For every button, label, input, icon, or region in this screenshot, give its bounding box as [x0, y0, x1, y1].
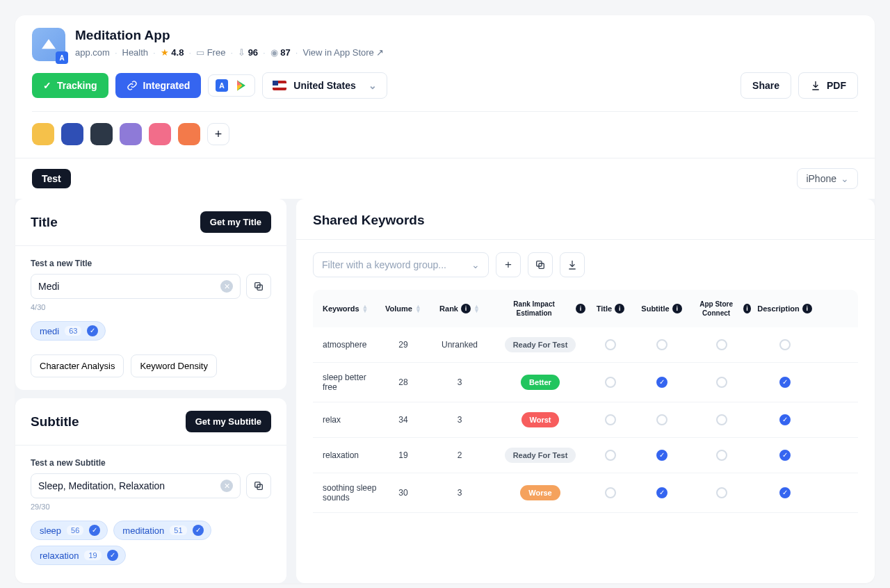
keyword-cell: sleep better free [323, 373, 378, 392]
table-row: relaxation192Ready For Test [313, 438, 858, 473]
chevron-down-icon: ⌄ [841, 173, 849, 184]
info-icon: i [615, 304, 624, 313]
app-rank2: 87 [280, 47, 290, 58]
plus-icon: + [215, 127, 222, 142]
download-icon [810, 80, 821, 91]
col-subtitle: Subtitlei [636, 304, 688, 313]
unchecked-icon[interactable] [716, 450, 727, 461]
check-icon: ✓ [87, 325, 98, 336]
store-toggle[interactable]: A [208, 74, 255, 97]
unchecked-icon[interactable] [779, 339, 791, 350]
keyword-tag[interactable]: sleep56✓ [31, 521, 108, 540]
table-row: soothing sleep sounds303Worse [313, 473, 858, 513]
subtitle-input[interactable]: Sleep, Meditation, Relaxation ✕ [31, 473, 241, 498]
app-domain: app.com [75, 47, 110, 58]
export-keywords-button[interactable] [560, 252, 585, 277]
test-chip[interactable]: Test [32, 169, 71, 188]
clear-icon[interactable]: ✕ [220, 480, 233, 492]
link-icon [127, 80, 138, 91]
copy-keywords-button[interactable] [528, 252, 553, 277]
character-analysis-button[interactable]: Character Analysis [31, 354, 124, 377]
checked-icon[interactable] [779, 377, 791, 388]
checked-icon[interactable] [656, 450, 668, 461]
checked-icon[interactable] [656, 487, 668, 498]
chevron-down-icon: ⌄ [369, 80, 377, 91]
title-field-label: Test a new Title [31, 259, 271, 268]
unchecked-icon[interactable] [605, 377, 616, 388]
unchecked-icon[interactable] [656, 414, 668, 425]
copy-button[interactable] [246, 274, 271, 299]
rank-cell: 3 [428, 377, 491, 387]
unchecked-icon[interactable] [605, 339, 616, 350]
competitor-swatch[interactable] [32, 123, 54, 145]
col-asc: App Store Connecti [692, 300, 751, 318]
keyword-tag[interactable]: relaxation19✓ [31, 546, 126, 565]
tracking-button[interactable]: ✓ Tracking [32, 73, 108, 98]
keyword-tag[interactable]: medi 63 ✓ [31, 321, 106, 341]
col-volume[interactable]: Volume▲▼ [382, 304, 424, 313]
price-icon: ▭ [196, 47, 204, 58]
title-input[interactable]: Medi ✕ [31, 274, 241, 299]
unchecked-icon[interactable] [716, 339, 727, 350]
checked-icon[interactable] [779, 414, 791, 425]
get-my-subtitle-button[interactable]: Get my Subtitle [186, 411, 271, 432]
volume-cell: 28 [382, 377, 424, 387]
color-swatches: + [15, 112, 875, 158]
unchecked-icon[interactable] [716, 487, 727, 498]
pdf-button[interactable]: PDF [798, 72, 858, 99]
title-counter: 4/30 [31, 303, 271, 311]
app-category: Health [115, 47, 148, 58]
clear-icon[interactable]: ✕ [220, 280, 233, 293]
volume-cell: 19 [382, 450, 424, 460]
table-row: relax343Worst [313, 402, 858, 438]
subtitle-counter: 29/30 [31, 503, 271, 511]
col-description: Descriptioni [755, 304, 814, 313]
col-rank[interactable]: Ranki▲▼ [428, 304, 491, 313]
view-in-store-link[interactable]: View in App Store ↗ [296, 47, 385, 58]
keyword-density-button[interactable]: Keyword Density [131, 354, 217, 377]
checked-icon[interactable] [656, 377, 668, 388]
svg-text:A: A [219, 81, 225, 90]
unchecked-icon[interactable] [605, 487, 616, 498]
country-select[interactable]: United States ⌄ [262, 72, 387, 99]
unchecked-icon[interactable] [716, 377, 727, 388]
competitor-swatch[interactable] [149, 123, 171, 145]
title-heading: Title [31, 215, 58, 230]
device-select[interactable]: iPhone ⌄ [797, 168, 858, 189]
keyword-cell: atmosphere [323, 340, 378, 350]
get-my-title-button[interactable]: Get my Title [200, 211, 271, 233]
checked-icon[interactable] [779, 487, 791, 498]
app-rating: 4.8 [171, 47, 184, 58]
filter-keyword-group[interactable]: Filter with a keyword group... ⌄ [313, 252, 489, 277]
checked-icon[interactable] [779, 450, 791, 461]
add-group-button[interactable]: + [496, 252, 521, 277]
share-button[interactable]: Share [741, 72, 791, 99]
integrated-button[interactable]: Integrated [115, 73, 202, 98]
competitor-swatch[interactable] [61, 123, 83, 145]
competitor-swatch[interactable] [90, 123, 113, 145]
unchecked-icon[interactable] [605, 450, 616, 461]
rank-cell: 3 [428, 488, 491, 498]
unchecked-icon[interactable] [656, 339, 668, 350]
playstore-icon [235, 79, 248, 92]
keyword-tag[interactable]: meditation51✓ [113, 521, 211, 540]
appstore-icon: A [216, 79, 228, 92]
table-row: atmosphere29UnrankedReady For Test [313, 327, 858, 363]
competitor-swatch[interactable] [178, 123, 200, 145]
competitor-swatch[interactable] [120, 123, 142, 145]
copy-icon [535, 259, 546, 270]
plus-icon: + [505, 258, 512, 272]
col-impact: Rank Impact Estimationi [495, 300, 585, 318]
copy-button[interactable] [246, 473, 271, 498]
volume-cell: 30 [382, 488, 424, 498]
keyword-cell: soothing sleep sounds [323, 483, 378, 503]
download-icon [567, 259, 578, 270]
info-icon: i [461, 304, 471, 313]
app-price: Free [207, 47, 226, 58]
unchecked-icon[interactable] [716, 414, 727, 425]
unchecked-icon[interactable] [605, 414, 616, 425]
add-swatch-button[interactable]: + [207, 123, 229, 145]
col-keywords[interactable]: Keywords▲▼ [323, 304, 378, 313]
check-icon: ✓ [107, 550, 118, 561]
check-icon: ✓ [193, 525, 204, 536]
